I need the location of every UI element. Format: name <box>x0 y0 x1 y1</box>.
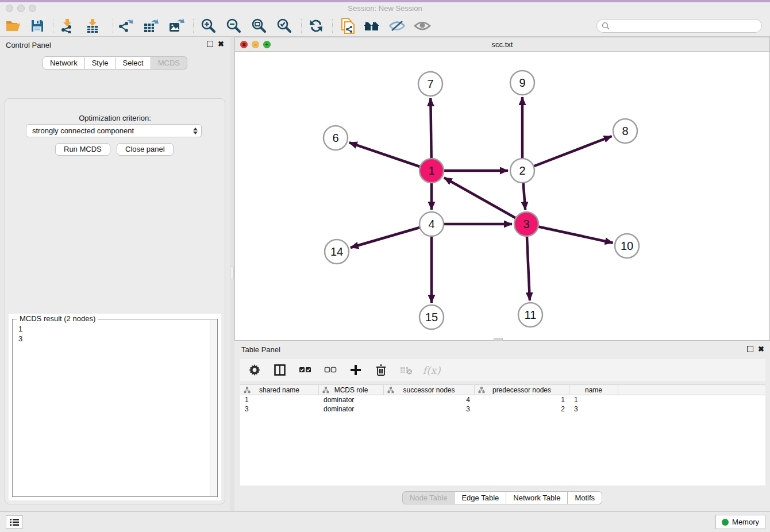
add-row-icon[interactable] <box>348 363 363 377</box>
copy-view-icon[interactable] <box>339 18 356 34</box>
network-maximize-icon[interactable]: + <box>263 41 271 48</box>
float-panel-icon[interactable] <box>207 41 213 47</box>
import-table-icon[interactable] <box>84 18 101 34</box>
tab-style[interactable]: Style <box>85 56 116 70</box>
search-box[interactable] <box>596 19 762 33</box>
hide-graphics-icon[interactable] <box>388 18 406 34</box>
close-panel-button[interactable]: Close panel <box>117 143 174 156</box>
optimization-criterion-label: Optimization criterion: <box>5 114 225 122</box>
node-label-15: 15 <box>425 311 438 323</box>
cell-shared-name[interactable]: 1 <box>240 395 319 404</box>
edge-2-8[interactable] <box>522 136 612 171</box>
export-table-icon[interactable] <box>143 18 160 34</box>
search-icon <box>602 22 610 30</box>
delete-column-icon[interactable] <box>399 363 414 377</box>
task-history-button[interactable] <box>6 515 23 529</box>
cell-name[interactable]: 3 <box>569 404 618 414</box>
column-header-name[interactable]: name <box>569 385 618 395</box>
node-label-4: 4 <box>428 218 434 230</box>
table-settings-icon[interactable] <box>247 363 262 377</box>
tab-select[interactable]: Select <box>116 56 151 70</box>
mcds-result-title: MCDS result (2 nodes) <box>17 314 98 323</box>
table-panel: Table Panel ✖ f(x) shared nameMCDS rol <box>234 342 770 511</box>
zoom-fit-icon[interactable] <box>251 18 268 34</box>
edge-3-10[interactable] <box>526 224 613 243</box>
edge-3-1[interactable] <box>444 178 526 224</box>
network-close-icon[interactable]: ✖ <box>240 41 248 48</box>
vertical-splitter[interactable] <box>230 37 234 511</box>
table-row[interactable]: 3dominator323 <box>240 404 765 414</box>
close-panel-icon[interactable]: ✖ <box>218 41 224 47</box>
window-close-button[interactable] <box>6 5 13 12</box>
result-scrollbar[interactable] <box>210 320 217 496</box>
cell-successor-nodes[interactable]: 3 <box>384 404 475 414</box>
network-minimize-icon[interactable]: − <box>252 41 259 48</box>
show-columns-icon[interactable] <box>272 363 287 377</box>
cell-name[interactable]: 1 <box>569 395 618 404</box>
function-builder-icon[interactable]: f(x) <box>424 363 439 377</box>
tab-node-table[interactable]: Node Table <box>402 491 455 504</box>
show-graphics-icon[interactable] <box>414 18 431 34</box>
tab-edge-table[interactable]: Edge Table <box>455 491 506 504</box>
criterion-select[interactable]: strongly connected component <box>26 124 202 137</box>
column-header-MCDS-role[interactable]: MCDS role <box>319 385 384 395</box>
splitter-handle[interactable] <box>230 267 234 279</box>
network-window-titlebar[interactable]: ✖ − + scc.txt <box>235 37 769 52</box>
node-label-1: 1 <box>428 164 434 177</box>
node-label-14: 14 <box>330 245 343 258</box>
home-layout-icon[interactable] <box>363 18 380 34</box>
column-header-shared-name[interactable]: shared name <box>240 385 319 395</box>
tab-motifs[interactable]: Motifs <box>568 491 602 504</box>
node-label-9: 9 <box>519 76 525 89</box>
zoom-in-icon[interactable] <box>200 18 217 34</box>
table-toolbar: f(x) <box>240 359 765 381</box>
cell-predecessor-nodes[interactable]: 1 <box>475 395 569 404</box>
float-table-panel-icon[interactable] <box>747 346 753 352</box>
zoom-out-icon[interactable] <box>225 18 242 34</box>
refresh-icon[interactable] <box>307 18 325 34</box>
result-item: 3 <box>18 334 211 344</box>
import-network-icon[interactable] <box>59 18 76 34</box>
toolbar-separator <box>53 19 53 33</box>
cell-MCDS-role[interactable]: dominator <box>319 395 384 404</box>
control-panel-title: Control Panel <box>6 41 51 49</box>
column-header-predecessor-nodes[interactable]: predecessor nodes <box>475 385 569 395</box>
run-mcds-button[interactable]: Run MCDS <box>55 143 110 156</box>
open-session-icon[interactable] <box>5 18 22 34</box>
unselect-all-icon[interactable] <box>323 363 338 377</box>
toolbar-separator <box>332 19 333 33</box>
close-table-panel-icon[interactable]: ✖ <box>758 346 764 352</box>
edge-1-6[interactable] <box>349 142 432 171</box>
network-canvas[interactable]: 7968124314101511 <box>235 52 769 340</box>
tab-network[interactable]: Network <box>43 56 85 70</box>
app-titlebar: Session: New Session <box>0 2 770 15</box>
toolbar-separator <box>193 19 194 33</box>
table-panel-tabs: Node TableEdge TableNetwork TableMotifs <box>234 491 770 504</box>
cell-successor-nodes[interactable]: 4 <box>384 395 475 404</box>
node-label-8: 8 <box>622 125 628 137</box>
cell-shared-name[interactable]: 3 <box>240 404 319 414</box>
memory-button[interactable]: Memory <box>715 515 765 529</box>
tab-mcds[interactable]: MCDS <box>151 56 187 70</box>
node-label-11: 11 <box>525 309 537 321</box>
memory-status-icon <box>722 519 729 526</box>
save-session-icon[interactable] <box>29 18 46 34</box>
cell-MCDS-role[interactable]: dominator <box>319 404 384 414</box>
network-graph[interactable]: 7968124314101511 <box>235 52 769 340</box>
zoom-selected-icon[interactable] <box>276 18 293 34</box>
cell-predecessor-nodes[interactable]: 2 <box>475 404 569 414</box>
export-network-icon[interactable] <box>117 18 134 34</box>
select-all-icon[interactable] <box>298 363 313 377</box>
window-minimize-button[interactable] <box>17 5 25 12</box>
node-label-10: 10 <box>621 240 633 252</box>
column-header-successor-nodes[interactable]: successor nodes <box>384 385 475 395</box>
table-row[interactable]: 1dominator411 <box>240 395 765 404</box>
horizontal-splitter-handle[interactable] <box>494 338 503 341</box>
tab-network-table[interactable]: Network Table <box>506 491 568 504</box>
search-input[interactable] <box>612 22 761 30</box>
window-zoom-button[interactable] <box>29 5 36 12</box>
delete-row-icon[interactable] <box>374 363 388 377</box>
export-image-icon[interactable] <box>168 18 185 34</box>
table-panel-title: Table Panel <box>241 345 280 354</box>
node-label-3: 3 <box>523 218 529 230</box>
